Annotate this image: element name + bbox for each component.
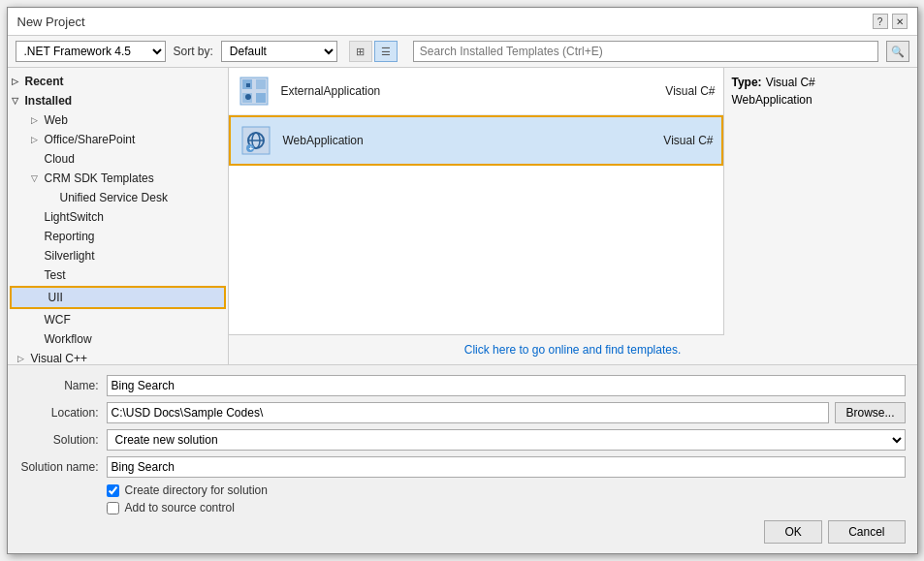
sl-label: Silverlight (45, 249, 95, 263)
template-name-external: ExternalApplication (281, 84, 638, 98)
sidebar-item-crm[interactable]: ▽ CRM SDK Templates (8, 169, 228, 188)
sidebar-item-wcf[interactable]: ▷ WCF (8, 310, 228, 329)
template-item-external[interactable]: ExternalApplication Visual C# (229, 68, 723, 115)
web-arrow: ▷ (31, 115, 43, 125)
add-source-checkbox[interactable] (107, 502, 119, 514)
uii-label: UII (48, 291, 63, 304)
ok-button[interactable]: OK (764, 520, 822, 544)
main-content: ▷ Recent ▽ Installed ▷ Web ▷ Office/Shar… (8, 68, 917, 364)
add-source-row: Add to source control (107, 501, 906, 514)
solution-select[interactable]: Create new solution (107, 429, 906, 451)
create-dir-row: Create directory for solution (107, 483, 906, 497)
view-icons: ⊞ ☰ (349, 41, 398, 62)
info-type-value: Visual C# (766, 76, 815, 89)
solution-row: Solution: Create new solution (19, 429, 906, 451)
tile-view-button[interactable]: ⊞ (349, 41, 372, 62)
sidebar-item-vcpp[interactable]: ▷ Visual C++ (8, 349, 228, 364)
recent-label: Recent (25, 75, 64, 88)
svg-rect-5 (246, 83, 250, 87)
webapp-icon: + (239, 123, 273, 158)
solution-name-input[interactable] (107, 456, 906, 478)
template-name-webapp: WebApplication (283, 134, 636, 147)
recent-arrow: ▷ (12, 77, 23, 86)
templates-and-info: ExternalApplication Visual C# (229, 68, 917, 335)
sort-label: Sort by: (174, 45, 213, 58)
sidebar-item-web[interactable]: ▷ Web (8, 110, 228, 130)
cancel-button[interactable]: Cancel (828, 520, 905, 544)
framework-select[interactable]: .NET Framework 4.5 (16, 41, 166, 62)
info-name: WebApplication (732, 93, 909, 107)
sidebar-item-cloud[interactable]: ▷ Cloud (8, 149, 228, 169)
button-row: OK Cancel (19, 520, 906, 544)
create-dir-label: Create directory for solution (125, 483, 268, 497)
solution-label: Solution: (19, 433, 107, 447)
create-dir-checkbox[interactable] (107, 484, 119, 497)
sidebar-item-workflow[interactable]: ▷ Workflow (8, 329, 228, 349)
vcpp-label: Visual C++ (31, 352, 87, 364)
solution-name-row: Solution name: (19, 456, 906, 478)
templates-area: ExternalApplication Visual C# (229, 68, 723, 335)
sidebar: ▷ Recent ▽ Installed ▷ Web ▷ Office/Shar… (8, 68, 229, 364)
location-input[interactable] (107, 402, 830, 423)
wf-label: Workflow (45, 332, 92, 346)
dialog-title: New Project (17, 15, 85, 29)
bottom-form: Name: Location: Browse... Solution: Crea… (8, 364, 917, 553)
sidebar-item-silverlight[interactable]: ▷ Silverlight (8, 246, 228, 265)
help-button[interactable]: ? (873, 14, 888, 29)
vcpp-arrow: ▷ (17, 354, 29, 363)
sort-select[interactable]: Default (221, 41, 337, 62)
web-label: Web (45, 113, 68, 127)
name-input[interactable] (107, 375, 906, 396)
sidebar-item-uii[interactable]: ▷ UII (10, 286, 226, 309)
svg-point-6 (245, 94, 251, 100)
search-button[interactable]: 🔍 (886, 41, 909, 62)
cloud-label: Cloud (45, 152, 75, 166)
info-type-label: Type: (732, 76, 762, 89)
add-source-label: Add to source control (125, 501, 235, 514)
office-label: Office/SharePoint (45, 133, 136, 146)
template-type-webapp: Visual C# (636, 134, 714, 147)
location-row: Location: Browse... (19, 402, 906, 423)
title-controls: ? ✕ (873, 14, 908, 29)
crm-arrow: ▽ (31, 173, 43, 183)
rep-label: Reporting (45, 230, 95, 243)
svg-rect-3 (256, 79, 266, 89)
solution-name-label: Solution name: (19, 460, 107, 474)
online-link[interactable]: Click here to go online and find templat… (464, 343, 681, 357)
svg-text:+: + (248, 144, 253, 153)
info-type-row: Type: Visual C# (732, 76, 909, 89)
template-type-external: Visual C# (638, 84, 716, 98)
external-app-icon (237, 74, 271, 109)
sidebar-item-recent[interactable]: ▷ Recent (8, 72, 228, 91)
sidebar-item-office[interactable]: ▷ Office/SharePoint (8, 130, 228, 149)
name-row: Name: (19, 375, 906, 396)
info-panel: Type: Visual C# WebApplication (723, 68, 917, 335)
crm-label: CRM SDK Templates (45, 171, 154, 185)
title-bar: New Project ? ✕ (8, 8, 917, 36)
wcf-label: WCF (45, 313, 71, 327)
template-item-webapp[interactable]: + WebApplication Visual C# (229, 115, 723, 166)
usd-label: Unified Service Desk (60, 191, 168, 204)
ls-label: LightSwitch (45, 210, 104, 224)
online-link-area: Click here to go online and find templat… (229, 335, 917, 364)
middle-section: ExternalApplication Visual C# (229, 68, 917, 364)
close-button[interactable]: ✕ (892, 14, 908, 29)
location-label: Location: (19, 406, 107, 420)
new-project-dialog: New Project ? ✕ .NET Framework 4.5 Sort … (7, 7, 918, 554)
installed-label: Installed (25, 94, 73, 108)
office-arrow: ▷ (31, 135, 43, 144)
list-view-button[interactable]: ☰ (374, 41, 398, 62)
search-input[interactable] (413, 41, 878, 62)
toolbar: .NET Framework 4.5 Sort by: Default ⊞ ☰ … (8, 36, 917, 68)
sidebar-item-test[interactable]: ▷ Test (8, 265, 228, 285)
name-label: Name: (19, 379, 107, 392)
svg-rect-4 (256, 93, 266, 103)
sidebar-item-reporting[interactable]: ▷ Reporting (8, 227, 228, 246)
test-label: Test (45, 268, 66, 282)
sidebar-item-installed[interactable]: ▽ Installed (8, 91, 228, 110)
sidebar-item-lightswitch[interactable]: ▷ LightSwitch (8, 207, 228, 227)
installed-arrow: ▽ (12, 96, 23, 106)
sidebar-item-usd[interactable]: ▷ Unified Service Desk (8, 188, 228, 207)
browse-button[interactable]: Browse... (835, 402, 905, 423)
